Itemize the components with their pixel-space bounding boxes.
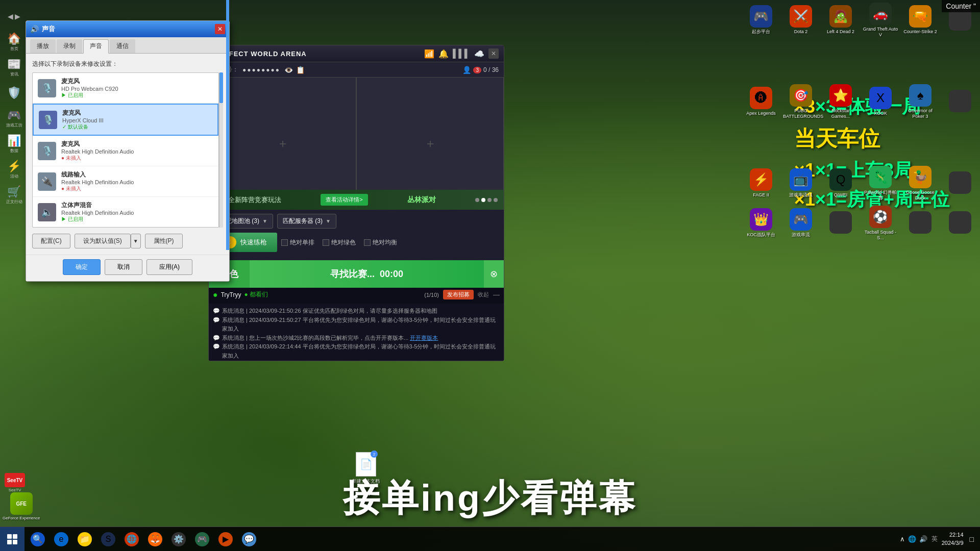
desktop-icon-governor[interactable]: ♠️ Governor of Poker 3 [900, 82, 940, 121]
taskbar-steam-button[interactable]: S [97, 528, 119, 550]
desktop-icon-l4d2[interactable]: 🧟 Left 4 Dead 2 [821, 0, 861, 40]
desktop-icon-qiwei[interactable]: Q QIWEI [821, 163, 861, 203]
desktop-icon-qipu[interactable]: 🎮 起步平台 [741, 0, 781, 40]
match-checkboxes: 绝对单排 绝对绿色 绝对均衡 [281, 238, 397, 247]
checkbox-absolute-green[interactable]: 绝对绿色 [323, 238, 356, 247]
chat-message-1: 💬 系统消息 | 2024/03/09-21:50:26 保证优先匹配到绿色对局… [213, 307, 500, 316]
tab-record[interactable]: 录制 [57, 39, 82, 53]
checkbox-absolute-balance[interactable]: 绝对均衡 [364, 238, 397, 247]
sound-dialog-close-button[interactable]: ✕ [215, 24, 225, 34]
notification-center-button[interactable]: □ [968, 535, 976, 543]
nav-prev-btn[interactable] [487, 198, 492, 202]
map-pool-dropdown-arrow: ▼ [262, 218, 267, 224]
desktop-icon-palworld[interactable]: 🦎 Palworld 幻兽帕鲁 [861, 163, 900, 203]
desktop-icon-empty2[interactable] [940, 82, 980, 121]
desktop-icon-dota2[interactable]: ⚔️ Dota 2 [781, 0, 821, 40]
device-scrollbar[interactable] [219, 72, 223, 228]
device-item-stereo[interactable]: 🔈 立体声混音 Realtek High Definition Audio ▶ … [33, 197, 218, 227]
apex-icon: 🅐 [750, 87, 772, 109]
desktop-icon-gamestream2[interactable]: 🎮 游戏串流 [781, 203, 821, 243]
sidebar-icon-data[interactable]: 📊数据 [2, 132, 27, 156]
qiwei-icon: Q [829, 168, 852, 191]
desktop-icon-empty6[interactable] [940, 203, 980, 243]
open-pro-link[interactable]: 开开赛版本 [410, 335, 438, 341]
seetv-icon[interactable]: SeeTV SeeTV [3, 470, 27, 495]
cb-green-box[interactable] [323, 239, 329, 246]
device-item-realtek-mic[interactable]: 🎙️ 麦克风 Realtek High Definition Audio ● 未… [33, 136, 218, 166]
taskbar-icon-5[interactable]: 🦊 [144, 528, 166, 550]
pwa-promo-btn[interactable]: 查看活动详情> [321, 194, 368, 206]
device-item-webcam[interactable]: 🎙️ 麦克风 HD Pro Webcam C920 ▶ 已启用 [33, 73, 218, 104]
pwa-close-button[interactable]: ✕ [488, 48, 499, 59]
taskbar-network-icon[interactable]: 🌐 [908, 535, 916, 543]
fold-button[interactable]: 收起 [478, 291, 489, 298]
sidebar-icon-news[interactable]: 📰资讯 [2, 55, 27, 80]
sidebar-icon-nav-prev[interactable]: ◀ ▶ [2, 4, 27, 29]
configure-button[interactable]: 配置(C) [32, 234, 70, 248]
tab-sound[interactable]: 声音 [83, 39, 109, 54]
set-default-button[interactable]: 设为默认值(S) [75, 234, 131, 248]
device-item-linein[interactable]: 🔌 线路输入 Realtek High Definition Audio ● 未… [33, 166, 218, 197]
recruit-button[interactable]: 发布招募 [443, 290, 474, 299]
match-server-dropdown[interactable]: 匹配服务器 (3) ▼ [277, 214, 336, 229]
nav-dot-1[interactable] [475, 198, 479, 202]
taskbar-icon-8[interactable]: ▶ [214, 528, 237, 550]
pwa-signal-icon: 📶 [424, 49, 434, 59]
cb-solo-box[interactable] [281, 239, 288, 246]
checkbox-absolute-solo[interactable]: 绝对单排 [281, 238, 314, 247]
start-button[interactable] [0, 527, 24, 552]
desktop-icon-goose[interactable]: 🦆 Goose Goose Duck [900, 163, 940, 203]
sidebar-icon-store[interactable]: 🛒正文行动 [2, 183, 27, 207]
ok-button[interactable]: 确定 [63, 259, 101, 275]
taskbar-edge-button[interactable]: e [50, 528, 72, 550]
taskbar-icon-7[interactable]: 🎮 [191, 528, 213, 550]
properties-button[interactable]: 属性(P) [145, 234, 183, 248]
taskbar-search-button[interactable]: 🔍 [27, 528, 49, 550]
desktop-icon-cs2[interactable]: 🔫 Counter-Strike 2 [900, 0, 940, 40]
chat-more-icon[interactable]: — [493, 291, 500, 298]
desktop-icon-gamestream[interactable]: 📺 游戏串流11 [781, 163, 821, 203]
desktop-icon-apex[interactable]: 🅐 Apex Legends [741, 82, 781, 121]
dota2-label: Dota 2 [794, 29, 808, 35]
taskbar-lang-indicator[interactable]: 英 [932, 535, 938, 543]
sidebar-icon-home[interactable]: 🏠首页 [2, 30, 27, 54]
taskbar-icon-9[interactable]: 💬 [238, 528, 260, 550]
taskbar-icon-6[interactable]: ⚙️ [167, 528, 190, 550]
cancel-button[interactable]: 取消 [105, 259, 142, 275]
desktop-icon-gta5[interactable]: 🚗 Grand Theft Auto V [861, 0, 900, 40]
taskbar-clock[interactable]: 22:14 2024/3/9 [942, 531, 964, 547]
set-default-dropdown-button[interactable]: ▼ [131, 234, 141, 248]
desktop-icon-tacball[interactable]: ⚽ Tacball Squad - S... [861, 203, 900, 243]
copy-icon[interactable]: 📋 [296, 66, 305, 74]
new-doc-icon[interactable]: 📄 2 新建文本文档 [352, 452, 380, 485]
sidebar-icon-activity[interactable]: ⚡活动 [2, 157, 27, 182]
eye-icon[interactable]: 👁️ [284, 66, 293, 74]
taskbar-chrome-button[interactable]: 🌐 [120, 528, 143, 550]
desktop-icon-empty3[interactable] [940, 163, 980, 203]
taskbar-explorer-button[interactable]: 📁 [74, 528, 96, 550]
taskbar-chevron-icon[interactable]: ∧ [900, 535, 905, 543]
desktop-icon-pubg[interactable]: 🎯 PUBG BATTLEGROUNDS [781, 82, 821, 121]
pwa-bell-icon[interactable]: 🔔 [438, 49, 449, 59]
nav-dot-2[interactable] [481, 198, 485, 202]
desktop-icon-fage[interactable]: ⚡ FAGE II [741, 163, 781, 203]
tab-comms[interactable]: 通信 [110, 39, 135, 53]
hyperx-model: HyperX Cloud III [62, 117, 212, 123]
device-item-hyperx[interactable]: 🎙️ 麦克风 HyperX Cloud III ✓ 默认设备 [33, 104, 218, 136]
desktop-icon-empty5[interactable] [900, 203, 940, 243]
tab-playback[interactable]: 播放 [30, 39, 56, 53]
pwa-cloud-icon: ☁️ [474, 49, 484, 59]
find-match-cancel-button[interactable]: ⊗ [484, 260, 504, 288]
gfe-area[interactable]: GFE GeForce Experience [3, 492, 40, 520]
apply-button[interactable]: 应用(A) [146, 259, 192, 275]
desktop-icon-xook[interactable]: X XOOK [861, 82, 900, 121]
desktop-icon-empty4[interactable] [821, 203, 861, 243]
taskbar-volume-icon[interactable]: 🔊 [919, 535, 927, 543]
desktop-icon-koc[interactable]: 👑 KOC战队平台 [741, 203, 781, 243]
sidebar-icon-shield[interactable]: 🛡️ [2, 81, 27, 105]
desktop-icon-rockstar[interactable]: ⭐ Rockstar Games... [821, 82, 861, 121]
sidebar-icon-game[interactable]: 🎮游戏工坊 [2, 106, 27, 131]
seetv-area: SeeTV SeeTV [3, 470, 27, 495]
cb-balance-box[interactable] [364, 239, 371, 246]
nav-next-btn[interactable] [494, 198, 498, 202]
